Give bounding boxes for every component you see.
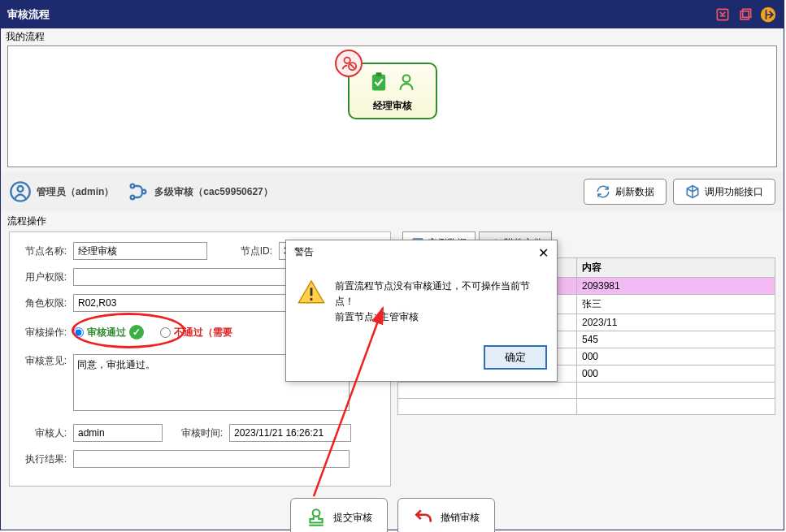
flow-node-manager-audit[interactable]: 经理审核	[348, 63, 437, 119]
warning-icon	[297, 279, 325, 306]
role-auth-label: 角色权限:	[18, 296, 67, 310]
dialog-title: 警告	[294, 245, 314, 261]
dialog-close-icon[interactable]: ✕	[538, 245, 549, 261]
user-icon	[394, 70, 419, 94]
audit-op-label: 审核操作:	[18, 326, 67, 340]
refresh-button[interactable]: 刷新数据	[584, 179, 667, 205]
svg-point-8	[402, 75, 410, 82]
info-bar: 管理员（admin） 多级审核（cac59950627） 刷新数据 调用功能接口	[1, 172, 784, 211]
svg-point-4	[344, 58, 350, 63]
window-title: 审核流程	[7, 7, 50, 22]
svg-rect-16	[310, 288, 313, 296]
refresh-icon	[596, 184, 610, 199]
svg-point-10	[18, 186, 24, 192]
submit-audit-button[interactable]: 提交审核	[290, 498, 388, 532]
svg-point-12	[131, 196, 135, 200]
current-flow: 多级审核（cac59950627）	[127, 180, 272, 203]
auditor-label: 审核人:	[18, 426, 67, 440]
clipboard-icon	[367, 70, 391, 94]
node-name-input[interactable]	[73, 242, 207, 260]
pass-radio[interactable]: 审核通过 ✓	[73, 325, 144, 340]
auditor-input[interactable]	[73, 424, 163, 442]
table-header-content: 内容	[577, 258, 775, 278]
result-label: 执行结果:	[18, 452, 67, 466]
window-title-bar: 审核流程	[1, 1, 784, 28]
revoke-audit-button[interactable]: 撤销审核	[397, 498, 495, 532]
table-row[interactable]	[398, 399, 775, 415]
audit-time-label: 审核时间:	[169, 426, 223, 440]
svg-point-13	[142, 190, 146, 194]
fail-radio[interactable]: 不通过（需要	[160, 326, 232, 340]
node-blocked-icon	[335, 50, 363, 77]
opinion-label: 审核意见:	[18, 354, 67, 368]
audit-time-input[interactable]	[229, 424, 351, 442]
flow-canvas: 经理审核	[7, 45, 777, 167]
svg-rect-1	[740, 11, 749, 19]
dialog-message-line1: 前置流程节点没有审核通过，不可操作当前节点！	[335, 279, 545, 309]
table-row[interactable]	[398, 383, 775, 399]
user-auth-label: 用户权限:	[18, 270, 67, 284]
node-id-label: 节点ID:	[214, 244, 272, 258]
current-user: 管理员（admin）	[9, 180, 114, 203]
maximize-icon[interactable]	[736, 6, 754, 24]
dialog-ok-button[interactable]: 确定	[484, 345, 547, 370]
svg-rect-2	[743, 9, 751, 17]
ops-section-label: 流程操作	[1, 211, 784, 231]
undo-icon	[413, 507, 434, 528]
stamp-icon	[306, 507, 327, 528]
my-flow-label: 我的流程	[1, 28, 784, 45]
svg-rect-17	[310, 298, 313, 301]
flow-node-label: 经理审核	[373, 99, 412, 113]
invoke-api-button[interactable]: 调用功能接口	[673, 179, 775, 205]
svg-point-15	[312, 509, 319, 517]
exit-icon[interactable]	[759, 6, 777, 24]
warning-dialog: 警告 ✕ 前置流程节点没有审核通过，不可操作当前节点！ 前置节点: 主管审核 确…	[285, 240, 558, 382]
result-input[interactable]	[73, 450, 350, 468]
svg-rect-7	[376, 72, 381, 76]
cube-icon	[685, 184, 700, 199]
minimize-to-tray-icon[interactable]	[714, 6, 732, 24]
check-icon: ✓	[129, 325, 144, 340]
node-name-label: 节点名称:	[18, 244, 67, 258]
dialog-message-line2: 前置节点: 主管审核	[335, 309, 545, 325]
svg-point-11	[131, 184, 135, 188]
